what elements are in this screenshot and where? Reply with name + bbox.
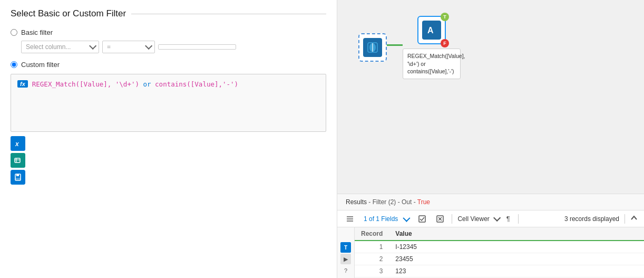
row-icon-2: ▶ [340,254,351,264]
cell-viewer-label: Cell Viewer [457,215,489,223]
toolbar-separator-3 [625,214,625,224]
operator-label: = [107,43,111,51]
custom-filter-label[interactable]: Custom filter [11,61,326,69]
value-select[interactable] [158,44,236,50]
paragraph-icon: ¶ [506,215,510,223]
formula-toolbar: x [11,136,326,185]
record-2: 2 [355,253,389,265]
toolbar-separator [452,214,452,224]
left-panel: Select Basic or Custom Filter Basic filt… [0,0,337,278]
toolbar-separator-2 [518,214,519,224]
list-icon-btn[interactable] [344,214,356,224]
formula-header: fx REGEX_Match([Value], '\d+') or contai… [17,80,319,90]
value-1: I-12345 [389,241,644,253]
value-3: 123 [389,265,644,277]
table-row: 1 I-12345 [355,241,644,253]
basic-filter-radio[interactable] [11,29,17,36]
input-node-box[interactable] [358,33,387,62]
right-panel: T F A REGEX_Match([Value], '\d+') or con… [337,0,644,278]
format-btn[interactable]: ¶ [504,214,513,224]
records-count: 3 records displayed [564,215,619,223]
results-toolbar: 1 of 1 Fields Cell Viewer [337,210,644,227]
true-badge: T [441,13,449,21]
formula-text: REGEX_Match([Value], '\d+') or contains(… [32,80,238,90]
panel-title: Select Basic or Custom Filter [11,8,326,19]
formula-save-btn[interactable] [11,170,25,185]
table-header-row: Record Value [355,227,644,241]
clear-fields-btn[interactable] [434,214,446,224]
filter-tooltip: REGEX_Match([Value], '\d+') or contains(… [403,49,461,79]
input-flow-node [358,33,387,62]
results-filter-info: - Filter (2) - Out - [368,198,417,206]
formula-or: or [143,80,151,88]
basic-filter-group: Basic filter Select column... = [11,28,326,53]
filter-icon: A [422,21,441,40]
formula-convert-btn[interactable] [11,153,25,168]
custom-filter-text: Custom filter [21,61,60,69]
flow-diagram: T F A REGEX_Match([Value], '\d+') or con… [358,16,461,79]
operator-chevron-icon [145,42,152,50]
custom-filter-radio[interactable] [11,61,17,68]
fields-count: 1 of 1 Fields [364,215,398,223]
false-badge: F [441,39,449,47]
record-col-header: Record [355,227,389,241]
column-select[interactable]: Select column... [21,41,99,53]
table-row: 3 123 [355,265,644,277]
table-row: 2 23455 [355,253,644,265]
custom-filter-section: Custom filter fx REGEX_Match([Value], '\… [11,61,326,185]
filter-flow-node: T F A REGEX_Match([Value], '\d+') or con… [403,16,461,79]
select-all-btn[interactable] [416,214,428,224]
results-table: Record Value 1 I-12345 2 23455 [355,227,644,277]
operator-select[interactable]: = [102,41,155,53]
svg-rect-15 [419,216,425,222]
formula-box: fx REGEX_Match([Value], '\d+') or contai… [11,74,326,132]
results-header-text: Results - Filter (2) - Out - True [346,198,430,206]
basic-filter-label[interactable]: Basic filter [11,28,326,36]
results-label: Results [346,198,367,206]
record-1: 1 [355,241,389,253]
results-header: Results - Filter (2) - Out - True [337,194,644,210]
fx-badge: fx [17,80,28,88]
results-true-label: True [417,198,430,206]
svg-rect-1 [15,158,20,162]
panel-title-text: Select Basic or Custom Filter [11,8,126,19]
svg-text:A: A [427,26,434,35]
row-sidebar: T ▶ ? [337,227,355,278]
book-icon [363,38,382,57]
cell-viewer-btn[interactable]: Cell Viewer [457,215,498,223]
cell-viewer-chevron [493,214,501,221]
record-3: 3 [355,265,389,277]
row-icon-3: ? [340,265,351,276]
basic-filter-text: Basic filter [21,28,53,36]
column-placeholder: Select column... [26,43,71,51]
results-main: Record Value 1 I-12345 2 23455 [355,227,644,278]
svg-rect-6 [15,178,21,180]
canvas-area: T F A REGEX_Match([Value], '\d+') or con… [337,0,644,194]
row-icon-1: T [340,242,351,253]
formula-clear-btn[interactable]: x [11,136,25,151]
filter-node-box[interactable]: T F A [417,16,446,44]
results-table-area: T ▶ ? Record Value 1 I-12345 [337,227,644,278]
basic-filter-row: Select column... = [21,41,326,53]
column-chevron-icon [89,42,96,50]
results-panel: Results - Filter (2) - Out - True 1 of 1… [337,194,644,278]
fields-btn[interactable]: 1 of 1 Fields [362,214,411,224]
sidebar-spacer [340,229,351,241]
formula-content: REGEX_Match([Value], '\d+') or contains(… [32,80,238,88]
svg-text:x: x [15,140,19,147]
fields-chevron-icon [403,214,411,222]
flow-connector [387,44,403,46]
scroll-top-btn[interactable] [630,214,638,223]
value-col-header: Value [389,227,644,241]
tooltip-text: REGEX_Match([Value], '\d+') or contains(… [407,53,465,74]
svg-rect-5 [16,174,19,176]
value-2: 23455 [389,253,644,265]
